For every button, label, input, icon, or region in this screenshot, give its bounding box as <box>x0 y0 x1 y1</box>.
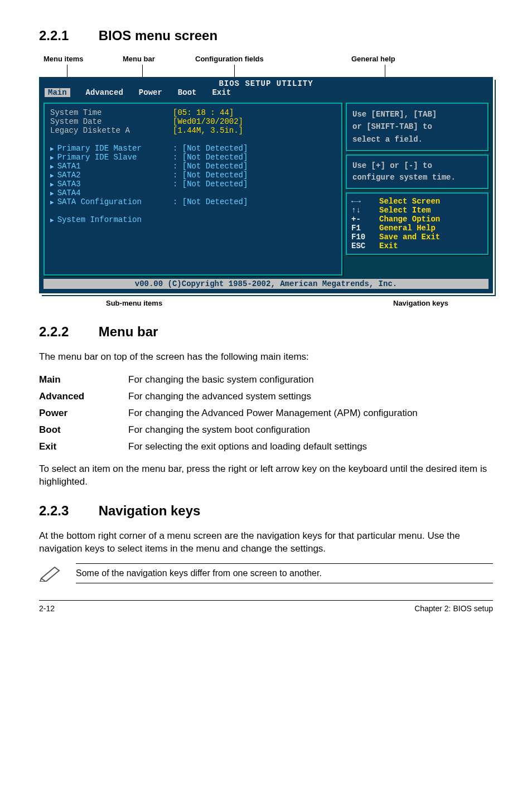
bios-item-label <box>50 206 173 215</box>
bios-nav-box: ←→Select Screen↑↓Select Item+-Change Opt… <box>346 192 489 255</box>
bios-item-label[interactable]: SATA2 <box>50 171 173 180</box>
help2-line: configure system time. <box>352 172 482 183</box>
nav-action: Change Option <box>379 215 440 224</box>
table-row: MainFor changing the basic system config… <box>39 371 418 388</box>
bios-item-label[interactable]: Primary IDE Master <box>50 144 173 153</box>
table-row: BootFor changing the system boot configu… <box>39 422 418 438</box>
nav-key: +- <box>351 215 379 224</box>
def-term: Exit <box>39 438 128 455</box>
annot-general-help: General help <box>351 55 395 63</box>
menubar-definitions: MainFor changing the basic system config… <box>39 371 418 455</box>
bios-item-value: [Wed01/30/2002] <box>173 117 336 126</box>
navkeys-text: At the bottom right corner of a menu scr… <box>39 530 493 555</box>
note-text: Some of the navigation keys differ from … <box>76 563 493 583</box>
bios-item-label[interactable]: SATA1 <box>50 162 173 171</box>
def-desc: For changing the system boot configurati… <box>128 422 418 438</box>
bios-nav-row: ↑↓Select Item <box>351 206 483 215</box>
section-title: Navigation keys <box>99 503 201 518</box>
nav-action: Exit <box>379 241 398 250</box>
table-row: PowerFor changing the Advanced Power Man… <box>39 405 418 422</box>
bios-title: BIOS SETUP UTILITY <box>40 78 492 88</box>
bios-help-box-2: Use [+] or [-] to configure system time. <box>346 154 489 189</box>
page-footer: 2-12 Chapter 2: BIOS setup <box>39 600 493 613</box>
table-row: ExitFor selecting the exit options and l… <box>39 438 418 455</box>
menubar-outro: To select an item on the menu bar, press… <box>39 463 493 489</box>
bios-item-value <box>173 206 336 215</box>
help1-line: Use [ENTER], [TAB] <box>352 108 482 120</box>
bios-item-value: : [Not Detected] <box>173 171 336 180</box>
bios-menubar: Main Advanced Power Boot Exit <box>40 88 492 99</box>
bios-item-value <box>173 189 336 197</box>
section-heading-1: 2.2.1 BIOS menu screen <box>39 28 493 44</box>
bios-tab-advanced[interactable]: Advanced <box>86 88 123 97</box>
bios-nav-row: ←→Select Screen <box>351 197 483 206</box>
nav-key: ESC <box>351 241 379 250</box>
note-row: Some of the navigation keys differ from … <box>39 563 493 583</box>
bios-tab-exit[interactable]: Exit <box>212 88 231 97</box>
bios-item-value: : [Not Detected] <box>173 153 336 162</box>
bios-tab-power[interactable]: Power <box>139 88 162 97</box>
bios-left-panel: System TimeSystem DateLegacy Diskette A … <box>43 103 342 276</box>
table-row: AdvancedFor changing the advanced system… <box>39 388 418 405</box>
section-heading-2: 2.2.2 Menu bar <box>39 324 493 340</box>
def-desc: For selecting the exit options and loadi… <box>128 438 418 455</box>
def-term: Boot <box>39 422 128 438</box>
bottom-annotations: Sub-menu items Navigation keys <box>39 296 493 307</box>
annot-menu-bar: Menu bar <box>123 55 155 63</box>
section-title: Menu bar <box>99 324 158 339</box>
bios-item-label: System Date <box>50 117 173 126</box>
help1-line: select a field. <box>352 133 482 146</box>
section-title: BIOS menu screen <box>99 28 217 43</box>
bios-help-box-1: Use [ENTER], [TAB] or [SHIFT-TAB] to sel… <box>346 103 489 151</box>
nav-key: F10 <box>351 233 379 241</box>
help2-line: Use [+] or [-] to <box>352 160 482 172</box>
def-term: Main <box>39 371 128 388</box>
top-annotations: Menu items Menu bar Configuration fields… <box>39 55 493 77</box>
def-term: Power <box>39 405 128 422</box>
nav-action: Select Screen <box>379 197 440 206</box>
nav-action: Save and Exit <box>379 233 440 241</box>
bios-item-label[interactable]: System Information <box>50 215 173 224</box>
bios-item-value: : [Not Detected] <box>173 144 336 153</box>
def-term: Advanced <box>39 388 128 405</box>
bios-tab-boot[interactable]: Boot <box>178 88 197 97</box>
bios-nav-row: ESCExit <box>351 241 483 250</box>
bios-item-label[interactable]: Primary IDE Slave <box>50 153 173 162</box>
nav-key: ↑↓ <box>351 206 379 215</box>
bios-screenshot: BIOS SETUP UTILITY Main Advanced Power B… <box>39 77 493 293</box>
page-number: 2-12 <box>39 604 55 613</box>
annot-config-fields: Configuration fields <box>195 55 264 63</box>
pencil-icon <box>39 565 62 582</box>
nav-key: ←→ <box>351 197 379 206</box>
bios-item-label[interactable]: SATA Configuration <box>50 197 173 206</box>
bios-item-label[interactable]: SATA3 <box>50 180 173 189</box>
bios-item-label <box>50 135 173 144</box>
section-number: 2.2.3 <box>39 503 95 519</box>
bios-item-value: : [Not Detected] <box>173 180 336 189</box>
section-heading-3: 2.2.3 Navigation keys <box>39 503 493 519</box>
bios-item-label: System Time <box>50 108 173 117</box>
bios-item-value <box>173 215 336 224</box>
bios-item-value: : [Not Detected] <box>173 162 336 171</box>
bios-nav-row: F10Save and Exit <box>351 233 483 241</box>
bios-item-label: Legacy Diskette A <box>50 126 173 135</box>
nav-action: Select Item <box>379 206 431 215</box>
chapter-label: Chapter 2: BIOS setup <box>414 604 493 613</box>
annot-menu-items: Menu items <box>43 55 84 63</box>
bios-copyright: v00.00 (C)Copyright 1985-2002, American … <box>43 279 489 289</box>
bios-item-value: [1.44M, 3.5in.] <box>173 126 336 135</box>
nav-action: General Help <box>379 224 436 233</box>
def-desc: For changing the basic system configurat… <box>128 371 418 388</box>
bios-nav-row: +-Change Option <box>351 215 483 224</box>
annot-submenu: Sub-menu items <box>106 299 162 307</box>
bios-tab-main[interactable]: Main <box>45 88 70 97</box>
bios-item-label[interactable]: SATA4 <box>50 189 173 197</box>
bios-item-value: : [Not Detected] <box>173 197 336 206</box>
nav-key: F1 <box>351 224 379 233</box>
def-desc: For changing the Advanced Power Manageme… <box>128 405 418 422</box>
bios-nav-row: F1General Help <box>351 224 483 233</box>
annot-navkeys: Navigation keys <box>393 299 448 307</box>
section-number: 2.2.2 <box>39 324 95 340</box>
section-number: 2.2.1 <box>39 28 95 44</box>
bios-item-value <box>173 135 336 144</box>
